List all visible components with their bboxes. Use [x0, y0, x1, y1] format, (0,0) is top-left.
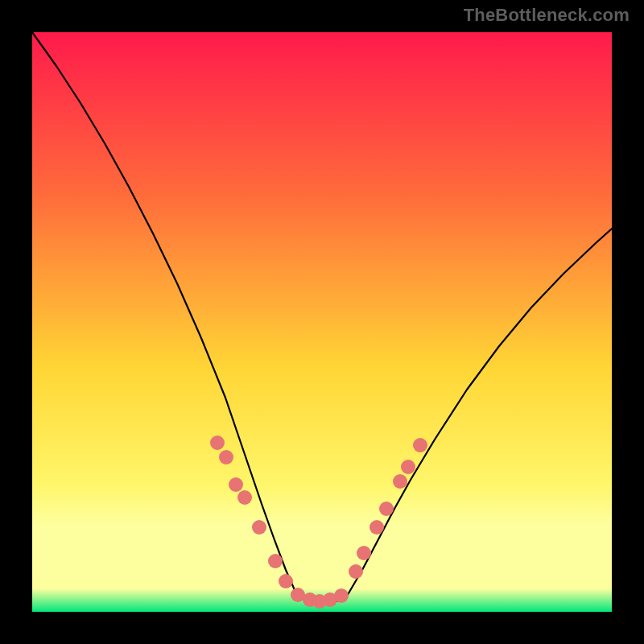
data-point [219, 450, 233, 464]
attribution-text: TheBottleneck.com [464, 5, 630, 26]
bottleneck-curve [32, 32, 612, 604]
chart-frame: TheBottleneck.com [0, 0, 644, 644]
plot-area [32, 32, 612, 612]
data-point [401, 460, 415, 474]
curve-paths [32, 32, 612, 604]
data-point [379, 502, 394, 516]
data-markers [210, 436, 427, 609]
data-point [279, 574, 293, 588]
data-point [237, 490, 252, 505]
data-point [393, 474, 407, 489]
data-point [413, 438, 427, 452]
data-point [369, 520, 384, 535]
data-point [268, 554, 283, 568]
data-point [229, 477, 243, 492]
data-point [210, 436, 225, 450]
data-point [334, 588, 349, 603]
data-point [357, 546, 371, 560]
curve-layer [32, 32, 612, 612]
data-point [349, 564, 363, 579]
data-point [252, 520, 266, 535]
